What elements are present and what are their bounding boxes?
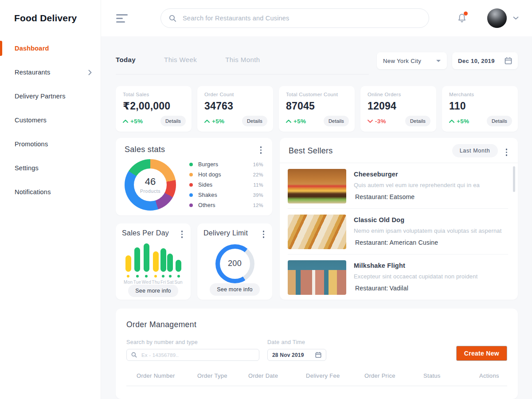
- calendar-icon: [315, 352, 321, 358]
- kebab-menu-icon[interactable]: [261, 229, 266, 239]
- cheeseburger-photo: [288, 169, 346, 203]
- city-select[interactable]: New York City: [377, 52, 447, 69]
- stat-card-order-count: Order Count 34763 +5% Details: [197, 86, 273, 132]
- best-sellers-title: Best Sellers: [289, 146, 333, 156]
- caret-down-icon: [436, 60, 441, 62]
- create-new-button[interactable]: Create New: [456, 346, 507, 361]
- donut-center-label: Products: [140, 188, 160, 194]
- trend-indicator: +5%: [204, 118, 224, 125]
- stat-card-total-sales: Total Sales ₹2,00,000 +5% Details: [116, 86, 192, 132]
- trend-indicator: +5%: [123, 118, 143, 125]
- sales-stats-donut: 46 Products: [125, 159, 176, 211]
- order-management-card: Order Management Search by number and ty…: [116, 309, 518, 399]
- details-button[interactable]: Details: [405, 116, 430, 126]
- best-seller-item[interactable]: Classic Old Dog Nemo enim ipsam voluptat…: [288, 208, 508, 254]
- sidebar-item-settings[interactable]: Settings: [0, 156, 101, 180]
- orders-table: Order Number Order Type Order Date Deliv…: [126, 372, 507, 399]
- sales-per-day-bars: Mon Tue Wed Thu Fri Sat Sun: [122, 243, 184, 285]
- app-brand: Food Delivery: [0, 0, 101, 36]
- sales-stats-title: Sales stats: [125, 145, 165, 154]
- table-row[interactable]: 1782839045 Delivery 28 Nov 2019 $10.00 $…: [126, 386, 507, 399]
- milkshake-photo: [288, 260, 346, 295]
- details-button[interactable]: Details: [324, 116, 349, 126]
- trend-indicator: -3%: [368, 118, 386, 125]
- delivery-limit-value: 200: [220, 249, 250, 279]
- tab-today[interactable]: Today: [116, 56, 136, 63]
- delivery-limit-ring: 200: [215, 244, 254, 283]
- legend-item: Others12%: [189, 202, 263, 208]
- sidebar-nav: Dashboard Restaurants Delivery Partners …: [0, 36, 101, 204]
- best-sellers-card: Best Sellers Last Month Cheeseburger Qui…: [280, 138, 518, 300]
- kebab-menu-icon[interactable]: [504, 147, 509, 157]
- global-search: [160, 8, 429, 28]
- notification-dot: [464, 12, 468, 16]
- bar-mon: Mon: [124, 243, 133, 285]
- hotdog-photo: [288, 215, 346, 249]
- order-management-title: Order Management: [126, 320, 507, 329]
- order-search-label: Search by number and type: [126, 339, 259, 345]
- bar-wed: Wed: [142, 243, 151, 285]
- filter-row: Today This Week This Month New York City…: [116, 52, 518, 74]
- details-button[interactable]: Details: [487, 116, 512, 126]
- delivery-limit-card: Delivery Limit 200 See more info: [197, 223, 272, 300]
- donut-center-value: 46: [145, 176, 156, 188]
- chevron-right-icon: [88, 70, 92, 75]
- scrollbar-thumb[interactable]: [513, 166, 515, 192]
- topbar: [101, 0, 532, 36]
- tab-this-month[interactable]: This Month: [225, 56, 260, 63]
- best-seller-item[interactable]: Cheeseburger Quis autem vel eum iure rep…: [288, 163, 508, 208]
- bar-thu: Thu: [152, 243, 160, 285]
- period-tabs: Today This Week This Month: [116, 52, 369, 74]
- kebab-menu-icon[interactable]: [180, 229, 185, 239]
- trend-indicator: +5%: [449, 118, 469, 125]
- global-search-input[interactable]: [182, 14, 421, 22]
- sidebar-item-notifications[interactable]: Notifications: [0, 180, 101, 204]
- calendar-icon: [505, 57, 512, 65]
- tab-this-week[interactable]: This Week: [164, 56, 197, 63]
- order-date-picker[interactable]: 28 Nov 2019: [267, 349, 326, 361]
- order-search-input[interactable]: [141, 352, 254, 358]
- sales-stats-card: Sales stats 46 Products Burgers16% H: [116, 138, 272, 215]
- details-button[interactable]: Details: [242, 116, 267, 126]
- menu-icon[interactable]: [115, 12, 129, 24]
- kebab-menu-icon[interactable]: [258, 145, 264, 155]
- stat-card-online-orders: Online Orders 12094 -3% Details: [360, 86, 436, 132]
- legend-item: Shakes39%: [189, 192, 263, 198]
- legend-item: Hot dogs22%: [189, 172, 263, 178]
- legend-item: Sides11%: [189, 182, 263, 188]
- sales-per-day-title: Sales Per Day: [122, 229, 169, 237]
- donut-legend: Burgers16% Hot dogs22% Sides11% Shakes39…: [189, 161, 263, 208]
- period-pill-button[interactable]: Last Month: [452, 144, 498, 157]
- legend-item: Burgers16%: [189, 161, 263, 168]
- sidebar-item-dashboard[interactable]: Dashboard: [0, 36, 101, 60]
- sales-per-day-card: Sales Per Day Mon Tue Wed Thu Fri Sat Su…: [116, 223, 191, 300]
- chevron-down-icon[interactable]: [513, 16, 519, 20]
- see-more-info-button[interactable]: See more info: [128, 285, 178, 297]
- main-content: Today This Week This Month New York City…: [101, 36, 532, 399]
- order-search: [126, 349, 259, 361]
- date-picker[interactable]: Dec 10, 2019: [452, 52, 518, 69]
- trend-indicator: +5%: [286, 118, 306, 125]
- order-date-label: Date and Time: [267, 339, 326, 345]
- sidebar-item-promotions[interactable]: Promotions: [0, 132, 101, 156]
- bar-fri: Fri: [160, 243, 166, 285]
- search-icon: [131, 352, 137, 358]
- stats-row: Total Sales ₹2,00,000 +5% Details Order …: [116, 86, 518, 132]
- orders-table-header: Order Number Order Type Order Date Deliv…: [126, 372, 507, 379]
- bar-sat: Sat: [167, 243, 174, 285]
- notifications-bell-icon[interactable]: [457, 13, 467, 23]
- bar-sun: Sun: [174, 243, 183, 285]
- search-icon: [169, 15, 176, 22]
- stat-card-merchants: Merchants 110 +5% Details: [442, 86, 518, 132]
- sidebar-item-delivery-partners[interactable]: Delivery Partners: [0, 84, 101, 108]
- sidebar-item-customers[interactable]: Customers: [0, 108, 101, 132]
- best-seller-item[interactable]: Milkshake Flight Excepteur sint occaecat…: [288, 254, 508, 300]
- avatar[interactable]: [487, 8, 507, 28]
- sidebar: Food Delivery Dashboard Restaurants Deli…: [0, 0, 101, 399]
- sidebar-item-restaurants[interactable]: Restaurants: [0, 60, 101, 84]
- delivery-limit-title: Delivery Limit: [203, 229, 248, 237]
- bar-tue: Tue: [133, 243, 141, 285]
- see-more-info-button[interactable]: See more info: [210, 283, 259, 296]
- stat-card-total-customer-count: Total Customer Count 87045 +5% Details: [279, 86, 355, 132]
- details-button[interactable]: Details: [160, 116, 186, 126]
